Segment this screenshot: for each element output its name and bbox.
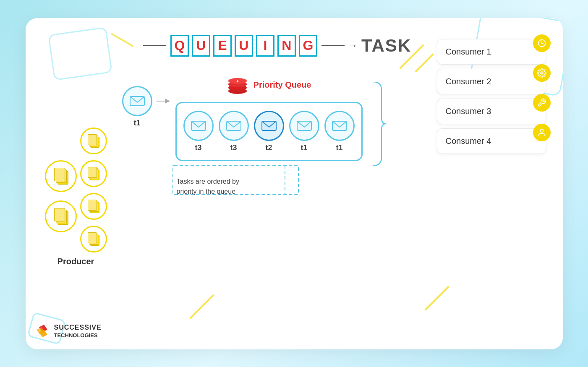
producer-section: Producer bbox=[34, 31, 118, 337]
producer-circle-large bbox=[45, 160, 77, 192]
producer-circle-4 bbox=[80, 226, 107, 252]
single-task-circle bbox=[122, 86, 152, 116]
title-left-line bbox=[143, 45, 166, 46]
email-icon-q2 bbox=[226, 120, 242, 132]
arrow-to-queue bbox=[157, 97, 171, 105]
title-arrow: → bbox=[347, 39, 358, 52]
pages-icon-4 bbox=[88, 232, 99, 246]
queue-circle-2 bbox=[219, 111, 249, 141]
consumer-4-card: Consumer 4 bbox=[437, 128, 546, 154]
consumer-2-card: Consumer 2 bbox=[437, 69, 546, 94]
letter-Q: Q bbox=[170, 35, 189, 57]
producer-label: Producer bbox=[57, 257, 94, 266]
svg-text:✦: ✦ bbox=[236, 79, 239, 83]
redis-svg: ✦ bbox=[227, 73, 248, 95]
queue-task-t2: t2 bbox=[254, 111, 284, 152]
letter-G: G bbox=[299, 35, 317, 57]
producer-circle-2 bbox=[80, 160, 107, 187]
logo-subtitle: TECHNOLOGIES bbox=[54, 332, 102, 339]
consumer-1-badge bbox=[533, 34, 551, 52]
queue-task-t3-2: t3 bbox=[219, 111, 249, 152]
queuing-title: Q U E U I N G → TASK bbox=[143, 35, 411, 57]
producer-circle-1 bbox=[80, 128, 107, 154]
consumer-3-card: Consumer 3 bbox=[437, 99, 546, 124]
gear-icon bbox=[537, 68, 546, 78]
annotation-area: Tasks are ordered by priority in the que… bbox=[172, 165, 366, 199]
clock-icon bbox=[537, 39, 546, 48]
curly-brace-svg bbox=[369, 82, 386, 166]
queue-task-t3-1: t3 bbox=[183, 111, 214, 152]
single-task-section: t1 bbox=[122, 86, 152, 128]
redis-icon: ✦ bbox=[227, 73, 248, 97]
single-task-label: t1 bbox=[133, 119, 140, 128]
consumer-2-name: Consumer 2 bbox=[446, 77, 491, 86]
email-icon-single bbox=[129, 95, 145, 107]
queue-box: t3 t3 bbox=[175, 102, 363, 161]
task-text: TASK bbox=[361, 36, 411, 56]
logo-icon bbox=[36, 324, 51, 339]
queue-task-t1-1: t1 bbox=[289, 111, 319, 152]
consumer-3-name: Consumer 3 bbox=[446, 107, 491, 116]
middle-section: Q U E U I N G → TASK bbox=[118, 31, 437, 337]
queue-circle-5 bbox=[324, 111, 355, 141]
pages-icon-1 bbox=[88, 134, 99, 148]
consumer-2-badge bbox=[533, 64, 551, 82]
producer-circle-3 bbox=[80, 193, 107, 220]
queue-diagram: t1 bbox=[122, 73, 433, 199]
title-area: Q U E U I N G → TASK bbox=[122, 31, 433, 57]
email-icon-q1 bbox=[191, 120, 206, 132]
email-icon-q5 bbox=[332, 120, 348, 132]
pages-icon-2 bbox=[88, 167, 99, 180]
letter-boxes: Q U E U I N G bbox=[170, 35, 318, 57]
pages-icon-large bbox=[53, 168, 68, 185]
flow-arrow-svg bbox=[157, 97, 171, 105]
consumer-4-name: Consumer 4 bbox=[446, 136, 491, 146]
consumer-3-badge bbox=[533, 94, 551, 112]
letter-I: I bbox=[256, 35, 274, 57]
queue-circle-4 bbox=[289, 111, 319, 141]
email-icon-q4 bbox=[296, 120, 312, 132]
email-icon-q3 bbox=[261, 120, 277, 132]
queue-circle-1 bbox=[183, 111, 214, 141]
circles-col-left bbox=[45, 159, 77, 234]
right-section: Consumer 1 Consumer 2 bbox=[437, 31, 546, 337]
wrench-icon bbox=[537, 98, 546, 107]
pages-icon-3 bbox=[88, 200, 99, 213]
queue-circle-3 bbox=[254, 111, 284, 141]
producer-layout bbox=[45, 126, 107, 254]
svg-point-16 bbox=[541, 72, 543, 74]
consumer-1-name: Consumer 1 bbox=[446, 47, 491, 57]
consumer-1-card: Consumer 1 bbox=[437, 39, 546, 65]
main-card: Producer Q U E U I N G bbox=[26, 18, 563, 349]
user-icon bbox=[537, 128, 546, 137]
title-right-line bbox=[321, 45, 345, 46]
priority-queue-section: ✦ Priority Queue bbox=[172, 73, 366, 199]
logo-area: SUCCESSIVE TECHNOLOGIES bbox=[36, 323, 102, 339]
annotation-text: Tasks are ordered by priority in the que… bbox=[177, 177, 239, 197]
letter-E: E bbox=[213, 35, 232, 57]
priority-queue-header: ✦ Priority Queue bbox=[227, 73, 311, 97]
queue-task-t1-2: t1 bbox=[324, 111, 355, 152]
logo-text: SUCCESSIVE TECHNOLOGIES bbox=[54, 323, 102, 339]
logo-brand: SUCCESSIVE bbox=[54, 323, 102, 332]
producer-circle-large2 bbox=[45, 200, 77, 232]
letter-U1: U bbox=[192, 35, 210, 57]
queue-label-5: t1 bbox=[336, 143, 342, 152]
letter-U2: U bbox=[235, 35, 253, 57]
circles-col-right bbox=[80, 126, 107, 254]
queue-label-1: t3 bbox=[195, 143, 201, 152]
letter-N: N bbox=[277, 35, 296, 57]
priority-queue-label: Priority Queue bbox=[253, 80, 311, 90]
consumer-4-badge bbox=[533, 124, 551, 141]
queue-label-4: t1 bbox=[301, 143, 307, 152]
pages-icon-large2 bbox=[53, 208, 68, 225]
svg-point-17 bbox=[540, 129, 543, 132]
queue-label-2: t3 bbox=[230, 143, 237, 152]
queue-label-3: t2 bbox=[265, 143, 272, 152]
curly-brace-section bbox=[369, 82, 386, 166]
